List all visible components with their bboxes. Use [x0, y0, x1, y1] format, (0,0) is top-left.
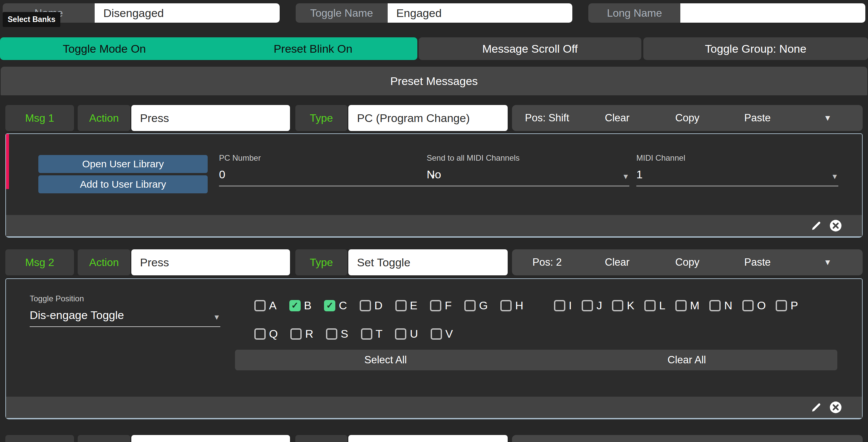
msg1-clear-button[interactable]: Clear: [582, 112, 652, 124]
preset-checkbox-n[interactable]: N: [709, 299, 732, 312]
msg2-expand-caret-icon[interactable]: ▼: [793, 258, 863, 267]
checkbox-unchecked-icon[interactable]: [742, 300, 754, 311]
edit-pencil-icon[interactable]: [811, 220, 822, 231]
preset-option-toggles: Toggle Mode On Preset Blink On Message S…: [0, 37, 868, 60]
preset-checkbox-r[interactable]: R: [290, 327, 313, 340]
msg1-paste-button[interactable]: Paste: [722, 112, 792, 124]
msg3-action-select[interactable]: No Action: [131, 435, 290, 442]
checkbox-unchecked-icon[interactable]: [464, 300, 476, 311]
preset-checkbox-u[interactable]: U: [395, 327, 418, 340]
preset-checkbox-m[interactable]: M: [675, 299, 699, 312]
preset-checkbox-j[interactable]: J: [582, 299, 602, 312]
checkbox-unchecked-icon[interactable]: [675, 300, 687, 311]
msg1-action-select[interactable]: Press: [131, 105, 290, 131]
checkbox-letter-label: L: [659, 299, 665, 312]
clear-all-button[interactable]: Clear All: [536, 354, 838, 366]
preset-checkbox-p[interactable]: P: [776, 299, 798, 312]
checkbox-unchecked-icon[interactable]: [326, 328, 337, 340]
checkbox-unchecked-icon[interactable]: [500, 300, 512, 311]
checkbox-letter-label: U: [410, 327, 418, 340]
preset-checkbox-g[interactable]: G: [464, 299, 488, 312]
msg1-action-label: Action: [78, 105, 130, 131]
checkbox-unchecked-icon[interactable]: [554, 300, 565, 311]
toggle-group-button[interactable]: Toggle Group: None: [643, 37, 868, 60]
checkbox-unchecked-icon[interactable]: [709, 300, 721, 311]
checkbox-unchecked-icon[interactable]: [644, 300, 656, 311]
pc-number-select[interactable]: 0 ▼: [219, 168, 436, 186]
preset-checkbox-v[interactable]: V: [431, 327, 453, 340]
remove-message-icon[interactable]: [829, 401, 842, 414]
msg1-expand-caret-icon[interactable]: ▼: [793, 113, 863, 123]
remove-message-icon[interactable]: [829, 219, 842, 232]
msg2-paste-button[interactable]: Paste: [722, 256, 792, 269]
msg2-copy-button[interactable]: Copy: [652, 256, 722, 269]
msg1-pos-button[interactable]: Pos: Shift: [512, 112, 582, 124]
midi-channel-label: MIDI Channel: [636, 153, 838, 163]
msg2-footer-bar: [6, 397, 862, 418]
dropdown-caret-icon: ▼: [622, 172, 629, 181]
preset-messages-header: Preset Messages: [1, 67, 867, 95]
add-to-user-library-button[interactable]: Add to User Library: [38, 175, 208, 193]
msg3-header-row: No Action Empty: [5, 435, 863, 442]
preset-checkbox-a[interactable]: A: [254, 299, 277, 312]
preset-checkbox-c[interactable]: ✓C: [324, 299, 347, 312]
edit-pencil-icon[interactable]: [811, 402, 822, 413]
checkbox-unchecked-icon[interactable]: [361, 328, 372, 340]
toggle-mode-button[interactable]: Toggle Mode On: [0, 42, 209, 55]
msg2-clear-button[interactable]: Clear: [582, 256, 652, 269]
select-all-button[interactable]: Select All: [235, 354, 536, 366]
checkbox-unchecked-icon[interactable]: [290, 328, 302, 340]
preset-checkbox-b[interactable]: ✓B: [289, 299, 312, 312]
preset-checkbox-q[interactable]: Q: [254, 327, 278, 340]
msg2-action-select[interactable]: Press: [131, 249, 290, 275]
long-name-field-group: Long Name: [588, 3, 865, 23]
preset-checkbox-o[interactable]: O: [742, 299, 766, 312]
preset-checkbox-l[interactable]: L: [644, 299, 665, 312]
msg3-label[interactable]: [5, 435, 74, 442]
pc-number-label: PC Number: [219, 153, 436, 163]
checkbox-unchecked-icon[interactable]: [254, 328, 266, 340]
checkbox-unchecked-icon[interactable]: [254, 300, 266, 311]
checkbox-checked-icon[interactable]: ✓: [324, 300, 335, 311]
all-midi-channels-select[interactable]: No ▼: [427, 168, 629, 186]
preset-checkbox-d[interactable]: D: [360, 299, 383, 312]
checkbox-checked-icon[interactable]: ✓: [289, 300, 301, 311]
preset-checkbox-e[interactable]: E: [395, 299, 418, 312]
toggle-name-label: Toggle Name: [296, 3, 388, 23]
open-user-library-button[interactable]: Open User Library: [38, 155, 208, 173]
msg1-type-select[interactable]: PC (Program Change): [348, 105, 508, 131]
preset-checkbox-t[interactable]: T: [361, 327, 383, 340]
preset-checkbox-row-2: QRSTUV: [254, 327, 453, 340]
checkbox-letter-label: H: [515, 299, 523, 312]
preset-blink-button[interactable]: Preset Blink On: [209, 42, 417, 55]
checkbox-unchecked-icon[interactable]: [395, 328, 406, 340]
msg1-library-buttons: Open User Library Add to User Library: [38, 155, 208, 193]
checkbox-unchecked-icon[interactable]: [582, 300, 593, 311]
msg1-label[interactable]: Msg 1: [5, 105, 74, 131]
preset-checkbox-h[interactable]: H: [500, 299, 523, 312]
preset-checkbox-k[interactable]: K: [612, 299, 634, 312]
toggle-name-input[interactable]: [388, 3, 573, 23]
msg3-type-select[interactable]: Empty: [348, 435, 508, 442]
msg2-type-select[interactable]: Set Toggle: [348, 249, 508, 275]
message-scroll-button[interactable]: Message Scroll Off: [418, 37, 641, 60]
msg1-copy-button[interactable]: Copy: [652, 112, 722, 124]
msg2-pos-button[interactable]: Pos: 2: [512, 256, 582, 269]
checkbox-unchecked-icon[interactable]: [395, 300, 407, 311]
checkbox-unchecked-icon[interactable]: [360, 300, 371, 311]
long-name-input[interactable]: [680, 3, 865, 23]
preset-checkbox-i[interactable]: I: [554, 299, 572, 312]
midi-channel-select[interactable]: 1 ▼: [636, 168, 838, 186]
toggle-position-select[interactable]: Dis-engage Toggle ▼: [30, 309, 220, 327]
toggle-name-field-group: Toggle Name: [296, 3, 573, 23]
preset-checkbox-s[interactable]: S: [326, 327, 348, 340]
name-input[interactable]: [95, 3, 280, 23]
checkbox-letter-label: T: [376, 327, 383, 340]
checkbox-letter-label: R: [305, 327, 313, 340]
preset-checkbox-f[interactable]: F: [430, 299, 452, 312]
msg2-label[interactable]: Msg 2: [5, 249, 74, 275]
checkbox-unchecked-icon[interactable]: [431, 328, 442, 340]
checkbox-unchecked-icon[interactable]: [776, 300, 787, 311]
checkbox-unchecked-icon[interactable]: [430, 300, 441, 311]
checkbox-unchecked-icon[interactable]: [612, 300, 623, 311]
